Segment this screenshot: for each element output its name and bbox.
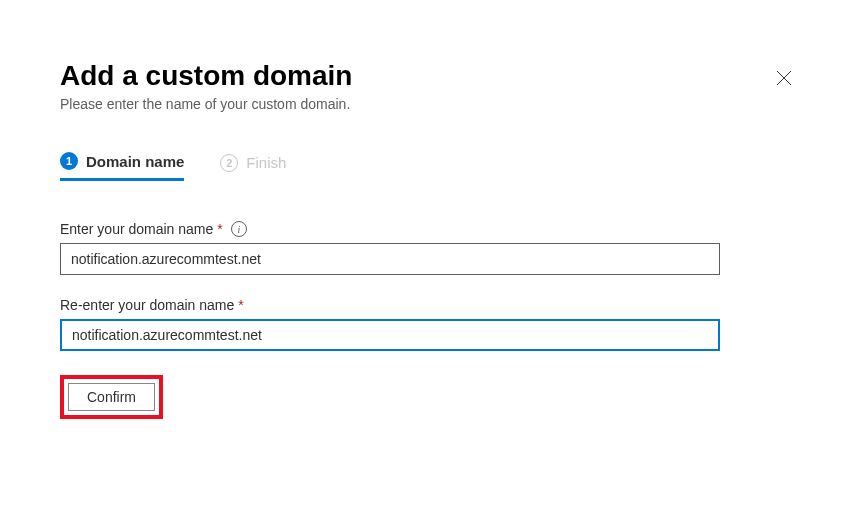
step-label: Finish <box>246 154 286 171</box>
domain-name-input[interactable] <box>60 243 720 275</box>
step-number-icon: 2 <box>220 154 238 172</box>
close-icon[interactable] <box>776 70 792 90</box>
page-title: Add a custom domain <box>60 60 782 92</box>
step-domain-name[interactable]: 1 Domain name <box>60 152 184 181</box>
step-finish: 2 Finish <box>220 152 286 181</box>
confirm-button[interactable]: Confirm <box>68 383 155 411</box>
required-indicator: * <box>238 297 243 313</box>
step-label: Domain name <box>86 153 184 170</box>
highlight-annotation: Confirm <box>60 375 163 419</box>
domain-name-label: Enter your domain name * i <box>60 221 782 237</box>
step-number-icon: 1 <box>60 152 78 170</box>
page-subtitle: Please enter the name of your custom dom… <box>60 96 782 112</box>
wizard-steps: 1 Domain name 2 Finish <box>60 152 782 181</box>
info-icon[interactable]: i <box>231 221 247 237</box>
reenter-domain-input[interactable] <box>60 319 720 351</box>
reenter-domain-label: Re-enter your domain name * <box>60 297 782 313</box>
required-indicator: * <box>217 221 222 237</box>
